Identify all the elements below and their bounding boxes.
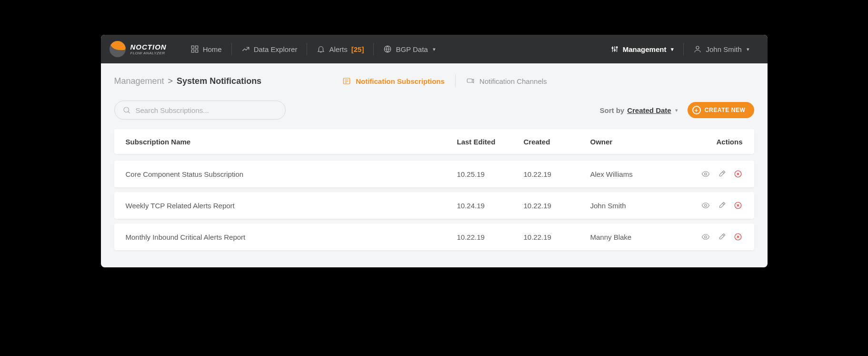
tab-subscriptions-label: Notification Subscriptions [356,77,445,85]
page-body: Management > System Notifications Notifi… [101,63,768,267]
brand-text: NOCTION FLOW ANALYZER [130,43,167,55]
cell-created: 10.22.19 [524,202,590,210]
nav-data-explorer-label: Data Explorer [254,45,298,53]
tab-notification-channels[interactable]: Notification Channels [456,74,558,88]
cell-last-edited: 10.25.19 [457,170,524,178]
channel-icon [466,77,475,85]
create-new-label: CREATE NEW [705,107,746,113]
cell-created: 10.22.19 [524,170,590,178]
tab-notification-subscriptions[interactable]: Notification Subscriptions [332,74,455,88]
col-header-name: Subscription Name [126,138,457,146]
table-body: Core Component Status Subscription10.25.… [114,161,754,250]
svg-point-17 [124,107,129,112]
nav-alerts[interactable]: Alerts [25] [307,41,373,57]
nav-bgp-label: BGP Data [396,45,428,53]
nav-user-label: John Smith [706,45,741,53]
brand-logo-icon [110,41,126,57]
app-window: NOCTION FLOW ANALYZER Home Data Explorer [101,35,768,267]
cell-name: Core Component Status Subscription [126,170,457,178]
cell-last-edited: 10.24.19 [457,202,524,210]
view-icon[interactable] [701,201,710,210]
tab-channels-label: Notification Channels [479,77,547,85]
delete-icon[interactable] [733,169,743,179]
search-icon [122,106,131,114]
brand-tagline: FLOW ANALYZER [130,51,167,55]
nav-primary: Home Data Explorer Alerts [25] [181,41,445,57]
nav-user-menu[interactable]: John Smith ▾ [684,41,758,57]
svg-point-27 [704,236,707,238]
cell-actions [681,232,743,242]
subtabs: Notification Subscriptions Notification … [332,74,557,88]
svg-rect-2 [191,50,194,52]
table-row[interactable]: Core Component Status Subscription10.25.… [114,161,754,187]
svg-rect-0 [191,46,194,48]
svg-point-19 [704,173,707,175]
chevron-down-icon: ▾ [675,107,678,113]
sort-by[interactable]: Sort by Created Date ▾ [599,106,678,114]
globe-icon [383,45,392,53]
col-header-owner: Owner [590,138,681,146]
chart-line-icon [241,45,250,53]
breadcrumb: Management > System Notifications [114,76,262,86]
page-header: Management > System Notifications Notifi… [114,74,754,88]
sort-field: Created Date [627,106,671,114]
table-header: Subscription Name Last Edited Created Ow… [114,129,754,154]
svg-line-18 [128,112,130,113]
cell-created: 10.22.19 [524,233,590,241]
chevron-down-icon: ▾ [747,46,749,52]
cell-name: Weekly TCP Related Alerts Report [126,202,457,210]
delete-icon[interactable] [733,232,743,242]
nav-home-label: Home [203,45,222,53]
chevron-down-icon: ▾ [671,46,674,52]
grid-icon [190,45,199,53]
cell-owner: Alex Williams [590,170,681,178]
sliders-icon [610,45,619,53]
breadcrumb-parent[interactable]: Management [114,76,164,86]
nav-alerts-badge: [25] [351,45,364,53]
breadcrumb-current: System Notifications [177,76,261,86]
edit-icon[interactable] [717,169,727,179]
svg-rect-3 [195,50,198,52]
list-icon [342,77,351,85]
bell-icon [317,45,325,53]
nav-alerts-label: Alerts [329,45,347,53]
brand-logo[interactable]: NOCTION FLOW ANALYZER [110,41,167,57]
col-header-actions: Actions [681,138,743,146]
search-box[interactable] [114,101,286,120]
subscriptions-table: Subscription Name Last Edited Created Ow… [114,129,754,250]
svg-rect-16 [467,79,472,83]
svg-point-23 [704,204,707,207]
delete-icon[interactable] [733,201,743,210]
plus-icon: + [692,106,701,114]
nav-home[interactable]: Home [181,41,231,57]
svg-point-11 [696,46,699,49]
nav-bgp-data[interactable]: BGP Data ▾ [374,41,445,57]
view-icon[interactable] [701,169,710,179]
brand-name: NOCTION [130,43,167,51]
edit-icon[interactable] [717,232,727,242]
sort-label: Sort by [599,106,624,114]
cell-last-edited: 10.22.19 [457,233,524,241]
table-row[interactable]: Weekly TCP Related Alerts Report10.24.19… [114,192,754,219]
cell-owner: Manny Blake [590,233,681,241]
table-row[interactable]: Monthly Inbound Critical Alerts Report10… [114,224,754,250]
create-new-button[interactable]: + CREATE NEW [688,102,754,118]
edit-icon[interactable] [717,201,727,210]
toolbar: Sort by Created Date ▾ + CREATE NEW [114,101,754,120]
cell-name: Monthly Inbound Critical Alerts Report [126,233,457,241]
cell-owner: John Smith [590,202,681,210]
nav-management[interactable]: Management ▾ [601,41,684,57]
top-nav: NOCTION FLOW ANALYZER Home Data Explorer [101,35,768,63]
search-input[interactable] [136,106,278,114]
col-header-last-edited: Last Edited [457,138,524,146]
nav-management-label: Management [623,45,667,53]
svg-rect-1 [195,46,198,48]
chevron-down-icon: ▾ [433,46,436,52]
user-icon [693,45,702,53]
nav-data-explorer[interactable]: Data Explorer [232,41,307,57]
cell-actions [681,201,743,210]
view-icon[interactable] [701,232,710,242]
cell-actions [681,169,743,179]
col-header-created: Created [524,138,590,146]
breadcrumb-separator: > [168,76,173,86]
